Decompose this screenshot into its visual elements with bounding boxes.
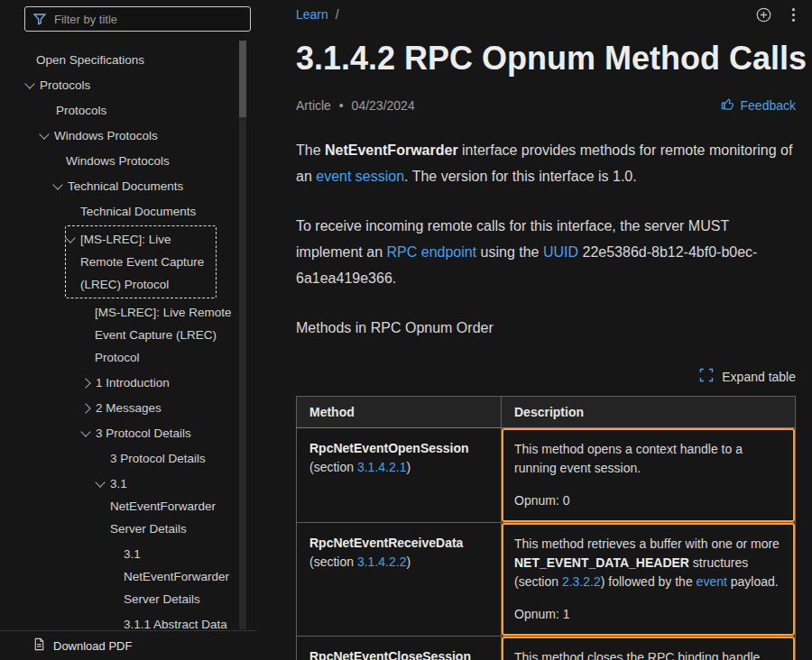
opnum-text: Opnum: 0 [514,491,782,510]
kebab-menu-icon[interactable] [791,7,796,23]
sidebar-item-label: Technical Documents [68,179,183,193]
sidebar-scrollbar[interactable] [239,41,246,629]
sidebar-item-windows-protocols[interactable]: Windows Protocols [0,124,235,147]
sidebar-item-label: 3 Protocol Details [110,452,206,465]
sidebar-item-3-protocol-details[interactable]: 3 Protocol Details [0,422,235,445]
scrollbar-thumb[interactable] [239,41,246,117]
download-pdf-label: Download PDF [53,639,132,653]
bold-text: RpcNetEventCloseSession [309,649,471,660]
sidebar-item-label: 2 Messages [96,401,161,415]
breadcrumb: Learn/ [296,7,339,22]
text-run: . The version for this interface is 1.0. [404,169,637,184]
sidebar-item-3-protocol-details-overview[interactable]: 3 Protocol Details [0,447,235,470]
sidebar-item-protocols[interactable]: Protocols [0,74,235,96]
breadcrumb-learn-link[interactable]: Learn [296,7,328,22]
sidebar-item-label: 3.1.1 Abstract Data [124,618,227,630]
description-cell: This method retrieves a buffer with one … [502,523,796,637]
inline-link[interactable]: UUID [543,244,578,260]
chevron-down-icon[interactable] [39,129,49,139]
meta-dot: • [339,98,344,113]
article-date: 04/23/2024 [352,98,415,113]
text-run: (section [309,555,357,569]
download-pdf-button[interactable]: Download PDF [0,630,257,660]
thumbs-up-icon [721,97,734,114]
expand-table-label: Expand table [722,370,796,384]
main-content: Learn/ 3.1.4.2 RPC Opnum Method Calls Ar… [257,0,812,660]
bold-text: NetEventForwarder [325,142,458,158]
highlight-border: This method closes the RPC binding handl… [502,637,795,660]
filter-input[interactable] [24,6,251,32]
table-header-row: Method Description [297,397,796,428]
text-run: ) [406,460,411,474]
method-cell: RpcNetEventOpenSession (section 3.1.4.2.… [297,428,502,523]
sidebar-item-protocols-overview[interactable]: Protocols [0,99,235,122]
article-meta: Article • 04/23/2024 Feedback [296,97,796,114]
sidebar-item-label: 3.1 NetEventForwarder Server Details [124,547,229,606]
chevron-down-icon[interactable] [95,477,105,487]
description-text: This method closes the RPC binding handl… [514,648,782,660]
text-run: payload. [727,574,779,589]
table-row: RpcNetEventCloseSession (section 3.1.4.2… [297,637,796,660]
sidebar-item-ms-lrec[interactable]: [MS-LREC]: Live Remote Event Capture (LR… [65,225,217,298]
sidebar-item-open-specifications[interactable]: Open Specifications [0,49,235,71]
opnum-text: Opnum: 1 [514,605,782,624]
chevron-down-icon[interactable] [24,78,34,88]
circle-plus-icon[interactable] [756,7,771,23]
sidebar-item-ms-lrec-overview[interactable]: [MS-LREC]: Live Remote Event Capture (LR… [0,301,235,369]
chevron-down-icon[interactable] [65,233,75,243]
chevron-right-icon[interactable] [80,403,90,413]
filter-icon [32,12,47,26]
method-cell: RpcNetEventReceiveData (section 3.1.4.2.… [297,523,502,637]
sidebar-item-label: Windows Protocols [66,154,170,168]
description-text: This method opens a context handle to a … [514,440,782,478]
sidebar-item-label: 3 Protocol Details [96,426,191,440]
bold-text: RpcNetEventOpenSession [309,441,469,455]
bold-text: RpcNetEventReceiveData [309,536,463,550]
expand-corners-icon [699,368,714,385]
sidebar-item-3-1-neteventforwarder[interactable]: 3.1 NetEventForwarder Server Details [0,472,235,540]
sidebar-item-2-messages[interactable]: 2 Messages [0,397,235,419]
sidebar-item-technical-documents-overview[interactable]: Technical Documents [0,200,235,223]
text-run: using the [476,244,543,260]
text-run: ) followed by the [601,574,697,589]
sidebar-item-technical-documents[interactable]: Technical Documents [0,175,235,197]
sidebar-item-3-1-1-abstract-data[interactable]: 3.1.1 Abstract Data [0,613,235,630]
inline-link[interactable]: 3.1.4.2.2 [357,555,407,569]
text-run: This method closes the RPC binding handl… [514,650,760,660]
chevron-down-icon[interactable] [52,179,62,189]
sidebar-tree: Open Specifications Protocols Protocols … [0,40,257,630]
article-type: Article [296,98,331,113]
breadcrumb-separator: / [336,7,339,22]
app-window: Open Specifications Protocols Protocols … [0,0,812,660]
text-run: ) [406,555,411,569]
table-row: RpcNetEventReceiveData (section 3.1.4.2.… [297,523,796,637]
sidebar-item-windows-protocols-overview[interactable]: Windows Protocols [0,150,235,172]
chevron-right-icon[interactable] [80,378,90,388]
inline-link[interactable]: 3.1.4.2.1 [357,460,407,474]
sidebar-item-label: [MS-LREC]: Live Remote Event Capture (LR… [95,306,232,364]
feedback-button[interactable]: Feedback [721,97,796,114]
highlight-border: This method retrieves a buffer with one … [502,523,795,636]
document-icon [32,637,46,654]
expand-table-button[interactable]: Expand table [296,368,796,385]
method-cell: RpcNetEventCloseSession (section 3.1.4.2… [297,637,502,660]
sidebar-item-label: Technical Documents [80,205,196,218]
inline-link[interactable]: event session [316,169,404,184]
paragraph-2: To receive incoming remote calls for thi… [296,213,796,291]
sidebar-item-label: Protocols [40,78,90,92]
inline-link[interactable]: RPC endpoint [387,244,477,260]
opnum-table: Method Description RpcNetEventOpenSessio… [296,396,796,660]
chevron-down-icon[interactable] [80,426,90,436]
filter-box [24,6,251,32]
sidebar-item-label: Protocols [56,104,106,117]
sidebar-item-label: Windows Protocols [54,129,158,142]
topbar: Learn/ [296,5,796,23]
sidebar-item-1-introduction[interactable]: 1 Introduction [0,371,235,394]
inline-link[interactable]: event [697,574,727,589]
inline-link[interactable]: 2.3.2.2 [562,574,601,589]
paragraph-3: Methods in RPC Opnum Order [296,315,796,341]
feedback-label: Feedback [741,98,796,113]
sidebar-item-label: 3.1 NetEventForwarder Server Details [110,477,216,536]
text-run: This method retrieves a buffer with one … [514,536,780,551]
sidebar-item-3-1-neteventforwarder-overview[interactable]: 3.1 NetEventForwarder Server Details [0,543,235,610]
